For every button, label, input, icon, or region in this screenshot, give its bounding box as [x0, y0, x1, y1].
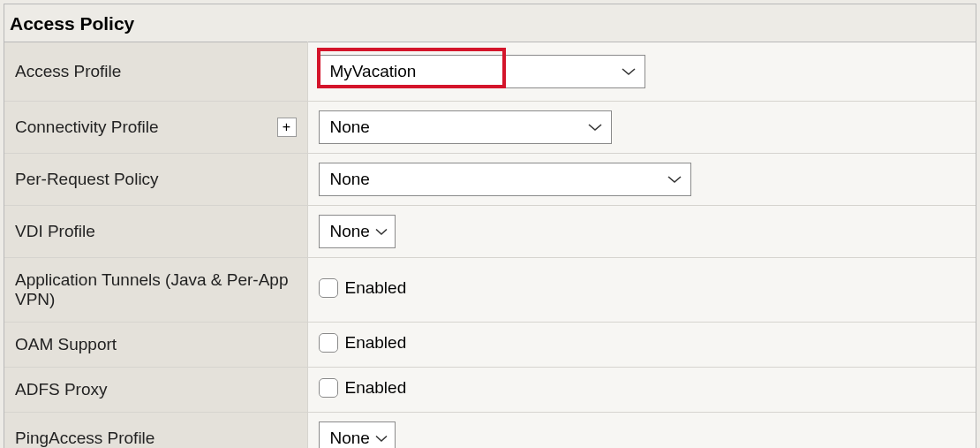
access-policy-panel: Access Policy Access Profile MyVacation — [4, 4, 976, 448]
label-pingaccess-profile: PingAccess Profile — [15, 429, 155, 447]
access-profile-value: MyVacation — [330, 62, 417, 81]
row-per-request-policy: Per-Request Policy None — [4, 154, 976, 206]
row-pingaccess-profile: PingAccess Profile None — [4, 413, 976, 449]
connectivity-profile-value: None — [330, 118, 370, 137]
pingaccess-profile-value: None — [330, 429, 370, 448]
add-connectivity-profile-button[interactable]: + — [277, 118, 297, 137]
chevron-down-icon — [375, 228, 388, 236]
chevron-down-icon — [375, 435, 388, 443]
row-access-profile: Access Profile MyVacation — [4, 42, 976, 102]
label-app-tunnels: Application Tunnels (Java & Per-App VPN) — [15, 270, 288, 308]
access-policy-form: Access Profile MyVacation Connectivity — [4, 42, 976, 448]
adfs-proxy-checkbox-label: Enabled — [345, 378, 407, 398]
chevron-down-icon — [588, 123, 602, 132]
adfs-proxy-checkbox[interactable] — [319, 378, 338, 398]
row-oam-support: OAM Support Enabled — [4, 323, 976, 368]
chevron-down-icon — [622, 67, 636, 76]
oam-support-checkbox-label: Enabled — [345, 333, 407, 353]
label-connectivity-profile: Connectivity Profile — [15, 118, 159, 137]
access-profile-select[interactable]: MyVacation — [319, 55, 645, 88]
app-tunnels-checkbox-label: Enabled — [345, 278, 407, 298]
section-title: Access Policy — [4, 4, 976, 42]
row-connectivity-profile: Connectivity Profile + None — [4, 102, 976, 154]
label-vdi-profile: VDI Profile — [15, 222, 95, 240]
label-per-request-policy: Per-Request Policy — [15, 170, 159, 188]
oam-support-checkbox[interactable] — [319, 333, 338, 353]
vdi-profile-select[interactable]: None — [319, 215, 396, 248]
label-oam-support: OAM Support — [15, 335, 117, 353]
row-vdi-profile: VDI Profile None — [4, 206, 976, 258]
chevron-down-icon — [667, 175, 682, 184]
app-tunnels-checkbox[interactable] — [319, 278, 338, 298]
vdi-profile-value: None — [330, 222, 370, 241]
per-request-policy-select[interactable]: None — [319, 163, 691, 196]
connectivity-profile-select[interactable]: None — [319, 110, 612, 144]
label-access-profile: Access Profile — [15, 62, 121, 80]
row-adfs-proxy: ADFS Proxy Enabled — [4, 368, 976, 413]
pingaccess-profile-select[interactable]: None — [319, 421, 396, 448]
row-app-tunnels: Application Tunnels (Java & Per-App VPN)… — [4, 258, 976, 323]
label-adfs-proxy: ADFS Proxy — [15, 380, 108, 399]
per-request-policy-value: None — [330, 170, 370, 189]
